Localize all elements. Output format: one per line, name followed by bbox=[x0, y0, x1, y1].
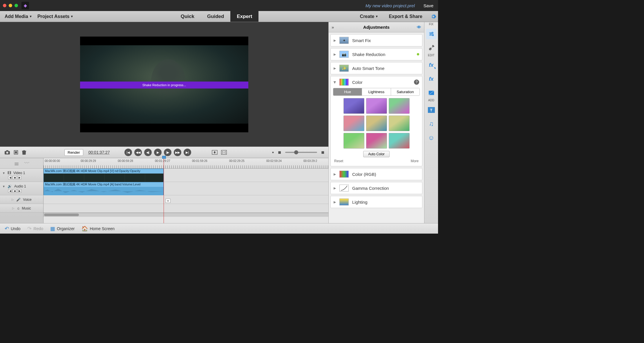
step-forward-icon[interactable]: |▶ bbox=[164, 149, 171, 156]
mode-tabs: Quick Guided Expert bbox=[174, 11, 259, 22]
close-window-icon[interactable] bbox=[3, 4, 6, 7]
zoom-fit-icon[interactable]: ■ bbox=[278, 149, 281, 156]
zoom-out-icon[interactable]: ▪ bbox=[272, 149, 274, 156]
project-assets-menu[interactable]: Project Assets bbox=[35, 14, 76, 19]
preview-toggle-icon[interactable]: 👁 bbox=[417, 25, 421, 30]
adjustment-gamma[interactable]: ▶ Gamma Correction bbox=[330, 182, 422, 194]
undo-button[interactable]: ↶Undo bbox=[5, 225, 20, 232]
hue-preset[interactable] bbox=[366, 98, 387, 114]
video-clip[interactable]: MacWk.com 测试视频 4K HDR Movie Clip.mp4 [V]… bbox=[44, 169, 164, 182]
adjustment-smart-fix[interactable]: ▶ ✦ Smart Fix bbox=[330, 34, 422, 46]
maximize-window-icon[interactable] bbox=[15, 4, 18, 7]
effects-icon[interactable]: fx bbox=[426, 74, 437, 84]
audio-clip[interactable]: MacWk.com 测试视频 4K HDR Movie Clip.mp4 [A]… bbox=[44, 182, 164, 195]
adjustments-tool-icon[interactable] bbox=[426, 29, 437, 39]
track-header-audio1[interactable]: ▼ 🔊 Audio 1 ◀◆▶ bbox=[0, 182, 43, 195]
rewind-icon[interactable]: ◀◀ bbox=[134, 149, 142, 156]
lighting-icon bbox=[339, 198, 349, 205]
timecode-display[interactable]: 00:01:37:27 bbox=[88, 150, 110, 155]
adjustment-auto-smart-tone[interactable]: ▶ ✨ Auto Smart Tone bbox=[330, 62, 422, 74]
auto-color-button[interactable]: Auto Color bbox=[363, 151, 390, 157]
collapse-track-icon[interactable]: ▼ bbox=[2, 172, 5, 175]
mode-guided[interactable]: Guided bbox=[201, 11, 231, 22]
undo-icon: ↶ bbox=[5, 225, 9, 232]
render-button[interactable]: Render bbox=[64, 149, 83, 156]
hue-preset[interactable] bbox=[343, 133, 364, 149]
hue-preset[interactable] bbox=[343, 115, 364, 131]
transitions-icon[interactable] bbox=[426, 88, 437, 98]
minimize-window-icon[interactable] bbox=[9, 4, 12, 7]
music-panel-icon[interactable]: ♫ bbox=[426, 119, 437, 129]
mode-expert[interactable]: Expert bbox=[230, 11, 258, 22]
goto-start-icon[interactable]: |◀ bbox=[124, 149, 132, 156]
tab-saturation[interactable]: Saturation bbox=[391, 88, 419, 95]
save-button[interactable]: Save bbox=[424, 3, 433, 8]
adjustment-shake-reduction[interactable]: ▶ 📷 Shake Reduction bbox=[330, 48, 422, 60]
timeline-tracks[interactable]: 00:00:00:00 00:00:29:29 00:00:59:28 00:0… bbox=[44, 158, 328, 223]
organizer-button[interactable]: ▦Organizer bbox=[50, 225, 75, 232]
fullscreen-icon[interactable] bbox=[221, 150, 227, 155]
mic-icon: 🎤 bbox=[16, 198, 21, 202]
home-screen-button[interactable]: 🏠Home Screen bbox=[82, 225, 115, 232]
ruler-tick: 00:01:29:27 bbox=[155, 159, 170, 163]
preview-frame[interactable]: Shake Reduction in progress... bbox=[80, 37, 248, 132]
marker-icon[interactable] bbox=[13, 150, 19, 155]
gamma-icon bbox=[339, 185, 349, 192]
hue-preset[interactable] bbox=[389, 133, 410, 149]
more-link[interactable]: More bbox=[411, 159, 419, 163]
music-track[interactable] bbox=[44, 204, 328, 213]
time-ruler[interactable]: 00:00:00:00 00:00:29:29 00:00:59:28 00:0… bbox=[44, 158, 328, 169]
settings-icon[interactable] bbox=[430, 14, 436, 19]
play-icon[interactable]: ▶ bbox=[154, 149, 162, 156]
graphics-icon[interactable]: ☺ bbox=[426, 133, 437, 143]
tab-lightness[interactable]: Lightness bbox=[362, 88, 391, 95]
tools-icon[interactable] bbox=[426, 43, 437, 53]
collapse-track-icon[interactable]: ▼ bbox=[2, 185, 5, 188]
step-back-icon[interactable]: ◀| bbox=[144, 149, 152, 156]
hue-preset[interactable] bbox=[343, 98, 364, 114]
create-menu[interactable]: Create bbox=[357, 14, 381, 19]
zoom-in-icon[interactable]: ■ bbox=[321, 149, 324, 156]
track-header-video1[interactable]: ▼ 🎞 Video 1 ◀◆▶ bbox=[0, 169, 43, 182]
svg-rect-4 bbox=[15, 151, 17, 153]
titles-icon[interactable]: T bbox=[426, 105, 437, 115]
window-titlebar: ◈ My new video project.prel Save bbox=[0, 0, 438, 11]
speaker-icon: 🔊 bbox=[8, 184, 12, 188]
video-track-1[interactable]: MacWk.com 测试视频 4K HDR Movie Clip.mp4 [V]… bbox=[44, 169, 328, 182]
hue-preset[interactable] bbox=[366, 115, 387, 131]
goto-end-icon[interactable]: ▶| bbox=[184, 149, 191, 156]
add-media-menu[interactable]: Add Media bbox=[2, 14, 35, 19]
adjustment-color-rgb[interactable]: ▶ Color (RGB) bbox=[330, 168, 422, 180]
scissors-icon[interactable]: ✂ bbox=[165, 199, 171, 203]
adjustment-lighting[interactable]: ▶ Lighting bbox=[330, 196, 422, 208]
audio-track-1[interactable]: MacWk.com 测试视频 4K HDR Movie Clip.mp4 [A]… bbox=[44, 182, 328, 195]
safe-margins-icon[interactable] bbox=[211, 150, 218, 155]
collapse-panel-icon[interactable]: » bbox=[332, 25, 334, 30]
hue-preset[interactable] bbox=[389, 115, 410, 131]
adjustments-panel: » Adjustments 👁 ▶ ✦ Smart Fix ▶ 📷 Shake … bbox=[328, 22, 424, 223]
export-share-button[interactable]: Export & Share bbox=[386, 14, 425, 19]
track-header-voice[interactable]: ▷🎤 Voice bbox=[0, 195, 43, 204]
trash-icon[interactable] bbox=[21, 149, 27, 155]
tab-hue[interactable]: Hue bbox=[333, 88, 362, 95]
redo-button[interactable]: ↷Redo bbox=[27, 225, 43, 232]
audio-tool-icon[interactable]: 〰 bbox=[24, 160, 29, 166]
window-controls[interactable] bbox=[3, 4, 18, 7]
voice-track[interactable] bbox=[44, 195, 328, 204]
hue-preset[interactable] bbox=[366, 133, 387, 149]
rail-section-add: ADD bbox=[428, 99, 434, 102]
help-icon[interactable]: ? bbox=[414, 80, 419, 85]
fast-forward-icon[interactable]: ▶▶ bbox=[174, 149, 181, 156]
snapshot-icon[interactable] bbox=[4, 150, 10, 155]
track-header-music[interactable]: ▷♫ Music bbox=[0, 204, 43, 213]
adjustment-label: Gamma Correction bbox=[352, 186, 389, 191]
reset-link[interactable]: Reset bbox=[334, 159, 343, 163]
playhead[interactable] bbox=[164, 158, 164, 223]
timeline-scrollbar[interactable] bbox=[44, 213, 328, 217]
timeline-options-icon[interactable]: ⚌ bbox=[14, 160, 19, 167]
mode-quick[interactable]: Quick bbox=[174, 11, 201, 22]
auto-smart-tone-icon: ✨ bbox=[339, 65, 349, 72]
hue-preset[interactable] bbox=[389, 98, 410, 114]
fx-applied-icon[interactable]: fx✎ bbox=[426, 60, 437, 70]
zoom-slider[interactable] bbox=[285, 152, 317, 153]
